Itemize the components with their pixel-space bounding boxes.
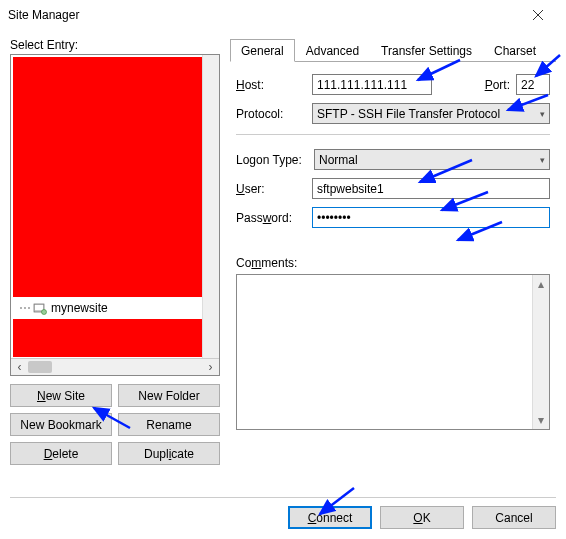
comments-label: Comments: [236, 256, 550, 270]
logon-type-value: Normal [319, 153, 358, 167]
host-label: Host: [236, 78, 306, 92]
protocol-label: Protocol: [236, 107, 306, 121]
new-bookmark-button[interactable]: New Bookmark [10, 413, 112, 436]
delete-button[interactable]: Delete [10, 442, 112, 465]
port-label: Port: [485, 78, 510, 92]
svg-rect-3 [35, 305, 43, 310]
connect-button[interactable]: Connect [288, 506, 372, 529]
window-title: Site Manager [8, 8, 518, 22]
redacted-block [13, 319, 202, 357]
duplicate-button[interactable]: Duplicate [118, 442, 220, 465]
scrollbar-horizontal[interactable]: ‹ › [11, 358, 219, 375]
tab-general[interactable]: General [230, 39, 295, 62]
server-icon [33, 301, 47, 315]
protocol-select[interactable]: SFTP - SSH File Transfer Protocol ▾ [312, 103, 550, 124]
scrollbar-vertical[interactable]: ▴▾ [532, 275, 549, 429]
titlebar: Site Manager [0, 0, 566, 30]
chevron-down-icon: ▾ [540, 155, 545, 165]
scroll-right-icon[interactable]: › [202, 359, 219, 375]
comments-textarea[interactable]: ▴▾ [236, 274, 550, 430]
user-label: User: [236, 182, 306, 196]
port-input[interactable] [516, 74, 550, 95]
rename-button[interactable]: Rename [118, 413, 220, 436]
select-entry-label: Select Entry: [10, 38, 220, 52]
tab-charset[interactable]: Charset [483, 39, 547, 62]
password-input[interactable] [312, 207, 550, 228]
tab-advanced[interactable]: Advanced [295, 39, 370, 62]
scrollbar-vertical[interactable] [202, 55, 219, 358]
tree-connector: ⋯ [19, 301, 29, 315]
tree-item-label: mynewsite [51, 301, 108, 315]
protocol-value: SFTP - SSH File Transfer Protocol [317, 107, 500, 121]
scroll-left-icon[interactable]: ‹ [11, 359, 28, 375]
scroll-thumb[interactable] [28, 361, 52, 373]
logon-type-label: Logon Type: [236, 153, 308, 167]
ok-button[interactable]: OK [380, 506, 464, 529]
new-folder-button[interactable]: New Folder [118, 384, 220, 407]
host-input[interactable] [312, 74, 432, 95]
footer-buttons: Connect OK Cancel [0, 498, 566, 539]
password-label: Password: [236, 211, 306, 225]
cancel-button[interactable]: Cancel [472, 506, 556, 529]
svg-point-4 [42, 310, 47, 315]
logon-type-select[interactable]: Normal ▾ [314, 149, 550, 170]
close-button[interactable] [518, 1, 558, 29]
tree-item-mynewsite[interactable]: ⋯ mynewsite [19, 299, 108, 317]
chevron-down-icon: ▾ [540, 109, 545, 119]
site-tree[interactable]: ⋯ mynewsite ‹ › [10, 54, 220, 376]
tab-transfer[interactable]: Transfer Settings [370, 39, 483, 62]
new-site-button[interactable]: New Site [10, 384, 112, 407]
left-panel: Select Entry: ⋯ mynewsite ‹ › [10, 38, 220, 465]
tab-bar: General Advanced Transfer Settings Chars… [230, 38, 556, 62]
user-input[interactable] [312, 178, 550, 199]
redacted-block [13, 57, 202, 297]
right-panel: General Advanced Transfer Settings Chars… [230, 38, 556, 465]
